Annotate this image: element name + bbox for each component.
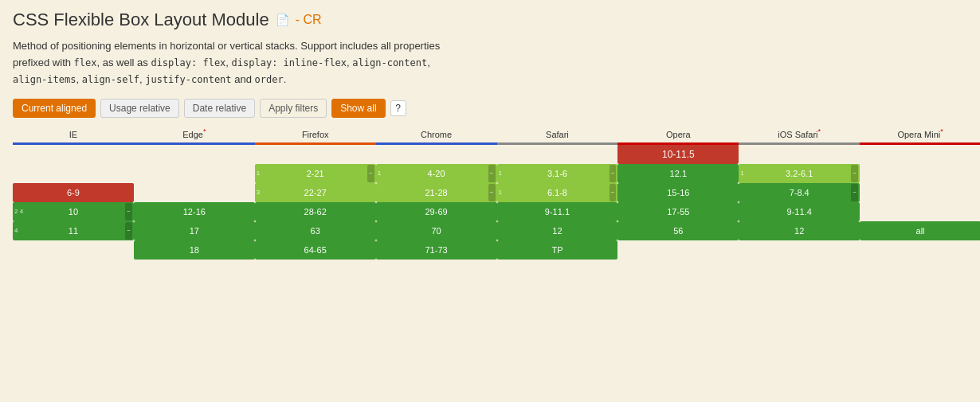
ios-r2: 13.2-6.1− (739, 164, 860, 183)
ie-header: IE (13, 126, 134, 143)
table-row: 411− 17 63 70 12 56 12 all (13, 221, 980, 240)
title-row: CSS Flexible Box Layout Module 📄 - CR (13, 10, 980, 30)
table-row: 2 410− 12-16 28-62 29-69 9-11.1 17-55 9-… (13, 202, 980, 221)
page-title: CSS Flexible Box Layout Module (13, 10, 269, 30)
opera-mini-header: Opera Mini* (860, 126, 980, 143)
mini-r6 (860, 240, 980, 260)
browser-table-wrapper: IE Edge* Firefox Chrome Safari Opera iOS… (13, 126, 980, 260)
safari-header: Safari (497, 126, 618, 143)
edge-r6: 18 (134, 240, 255, 260)
edge-header: Edge* (134, 126, 255, 143)
toolbar: Current aligned Usage relative Date rela… (13, 99, 980, 118)
safari-r5: 12 (497, 221, 618, 240)
edge-r4: 12-16 (134, 202, 255, 221)
browser-header-row: IE Edge* Firefox Chrome Safari Opera iOS… (13, 126, 980, 143)
show-all-button[interactable]: Show all (331, 99, 385, 118)
ie-r4: 2 410− (13, 202, 134, 221)
ios-r3: 7-8.4− (739, 183, 860, 202)
table-row: 10-11.5 (13, 144, 980, 165)
safari-r1 (497, 144, 618, 165)
opera-r2: 12.1 (617, 164, 739, 183)
main-container: CSS Flexible Box Layout Module 📄 - CR Me… (0, 0, 980, 402)
edge-r3 (134, 183, 255, 202)
left-panel: CSS Flexible Box Layout Module 📄 - CR Me… (0, 0, 980, 402)
ie-r5: 411− (13, 221, 134, 240)
browser-table: IE Edge* Firefox Chrome Safari Opera iOS… (13, 126, 980, 260)
chrome-r5: 70 (376, 221, 497, 240)
safari-r3: 16.1-8− (497, 183, 618, 202)
ie-r1 (13, 144, 134, 165)
apply-filters-button[interactable]: Apply filters (260, 99, 327, 118)
table-row: 6-9 322-27 21-28− 16.1-8− 15-16 7-8.4− (13, 183, 980, 202)
ff-r3: 322-27 (255, 183, 376, 202)
ff-r4: 28-62 (255, 202, 376, 221)
ios-r4: 9-11.4 (739, 202, 860, 221)
table-row: 12-21− 14-20− 13.1-6− 12.1 13.2-6.1− (13, 164, 980, 183)
safari-r2: 13.1-6− (497, 164, 618, 183)
chrome-r4: 29-69 (376, 202, 497, 221)
opera-r3: 15-16 (617, 183, 739, 202)
opera-r1: 10-11.5 (617, 144, 739, 165)
chrome-header: Chrome (376, 126, 497, 143)
ff-r1 (255, 144, 376, 165)
file-icon: 📄 (276, 14, 289, 26)
mini-r4 (860, 202, 980, 221)
current-aligned-button[interactable]: Current aligned (13, 99, 96, 118)
ie-r3: 6-9 (13, 183, 134, 202)
help-button[interactable]: ? (390, 100, 406, 116)
opera-r5: 56 (617, 221, 739, 240)
ie-r6 (13, 240, 134, 260)
table-row: 18 64-65 71-73 TP (13, 240, 980, 260)
opera-r6 (617, 240, 739, 260)
chrome-r1 (376, 144, 497, 165)
ie-r2 (13, 164, 134, 183)
ios-r5: 12 (739, 221, 860, 240)
ff-r5: 63 (255, 221, 376, 240)
edge-r1 (134, 144, 255, 165)
mini-r3 (860, 183, 980, 202)
date-relative-button[interactable]: Date relative (184, 99, 255, 118)
cr-badge: - CR (296, 13, 322, 27)
opera-r4: 17-55 (617, 202, 739, 221)
firefox-header: Firefox (255, 126, 376, 143)
edge-r5: 17 (134, 221, 255, 240)
ios-r6 (739, 240, 860, 260)
usage-relative-button[interactable]: Usage relative (100, 99, 179, 118)
safari-r6: TP (497, 240, 618, 260)
mini-r1 (860, 144, 980, 165)
edge-r2 (134, 164, 255, 183)
mini-r2 (860, 164, 980, 183)
ff-r2: 12-21− (255, 164, 376, 183)
ios-r1 (739, 144, 860, 165)
ios-safari-header: iOS Safari* (739, 126, 860, 143)
chrome-r3: 21-28− (376, 183, 497, 202)
chrome-r2: 14-20− (376, 164, 497, 183)
opera-header: Opera (617, 126, 739, 143)
chrome-r6: 71-73 (376, 240, 497, 260)
description: Method of positioning elements in horizo… (13, 38, 443, 88)
safari-r4: 9-11.1 (497, 202, 618, 221)
mini-r5: all (860, 221, 980, 240)
ff-r6: 64-65 (255, 240, 376, 260)
